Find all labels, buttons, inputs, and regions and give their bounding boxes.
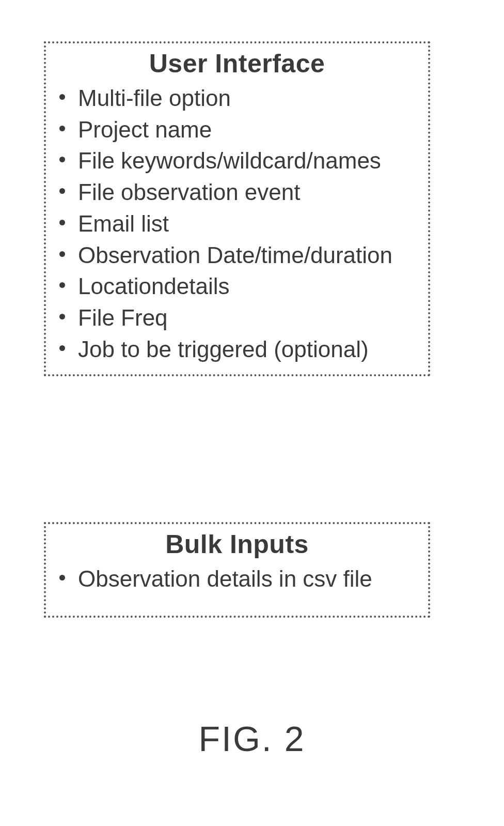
list-item: File observation event [57, 177, 421, 208]
list-item: Job to be triggered (optional) [57, 334, 421, 365]
list-item: File keywords/wildcard/names [57, 145, 421, 177]
list-item: Observation details in csv file [57, 563, 421, 595]
list-item: Multi-file option [57, 83, 421, 114]
figure-label: FIG. 2 [0, 718, 504, 759]
list-item: Observation Date/time/duration [57, 240, 421, 271]
user-interface-box: User Interface Multi-file option Project… [44, 41, 430, 376]
box1-list: Multi-file option Project name File keyw… [53, 83, 421, 365]
list-item: Email list [57, 208, 421, 240]
list-item: File Freq [57, 302, 421, 334]
box2-list: Observation details in csv file [53, 563, 421, 595]
list-item: Project name [57, 114, 421, 146]
box2-title: Bulk Inputs [53, 529, 421, 559]
list-item: Locationdetails [57, 271, 421, 302]
bulk-inputs-box: Bulk Inputs Observation details in csv f… [44, 522, 430, 618]
box1-title: User Interface [53, 49, 421, 79]
